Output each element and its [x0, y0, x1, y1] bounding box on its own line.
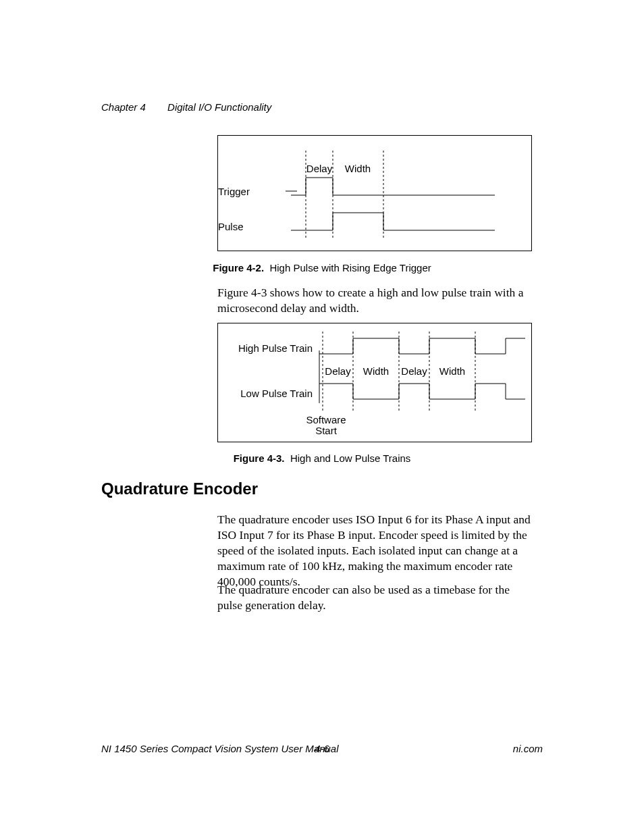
footer-site: ni.com — [513, 743, 543, 754]
pulse-label: Pulse — [218, 221, 244, 232]
delay-label: Delay — [306, 163, 333, 174]
low-train-label: Low Pulse Train — [218, 388, 313, 399]
footer-page-number: 4-6 — [101, 743, 543, 754]
figure-4-2-caption: Figure 4-2. High Pulse with Rising Edge … — [0, 262, 644, 273]
paragraph-quad-2: The quadrature encoder can also be used … — [217, 582, 531, 613]
width-label-2: Width — [432, 365, 473, 377]
figure-4-3: High Pulse Train Low Pulse Train Delay W… — [217, 323, 532, 442]
delay-label-2: Delay — [399, 365, 429, 377]
figure-4-2-svg — [218, 136, 531, 251]
figure-4-2-caption-text: High Pulse with Rising Edge Trigger — [269, 262, 431, 273]
delay-label-1: Delay — [323, 365, 353, 377]
width-label-1: Width — [356, 365, 396, 377]
paragraph-quad-1: The quadrature encoder uses ISO Input 6 … — [217, 512, 531, 590]
figure-4-2-caption-num: Figure 4-2. — [213, 262, 264, 273]
figure-4-3-caption-text: High and Low Pulse Trains — [290, 452, 410, 464]
figure-4-3-caption: Figure 4-3. High and Low Pulse Trains — [0, 452, 644, 464]
section-heading-quadrature: Quadrature Encoder — [101, 479, 258, 498]
high-train-label: High Pulse Train — [218, 342, 313, 354]
paragraph-fig43-intro: Figure 4-3 shows how to create a high an… — [217, 285, 531, 316]
chapter-number: Chapter 4 — [101, 101, 146, 113]
figure-4-3-svg — [218, 323, 531, 442]
software-label-1: Software — [299, 414, 353, 425]
chapter-title: Digital I/O Functionality — [167, 101, 271, 113]
page-header: Chapter 4 Digital I/O Functionality — [101, 101, 543, 113]
trigger-label: Trigger — [218, 186, 250, 197]
figure-4-3-caption-num: Figure 4-3. — [234, 452, 285, 464]
svg-rect-9 — [218, 323, 531, 442]
figure-4-2: Trigger Pulse Delay Width — [217, 135, 532, 251]
software-label-2: Start — [299, 425, 353, 436]
width-label: Width — [338, 163, 378, 174]
